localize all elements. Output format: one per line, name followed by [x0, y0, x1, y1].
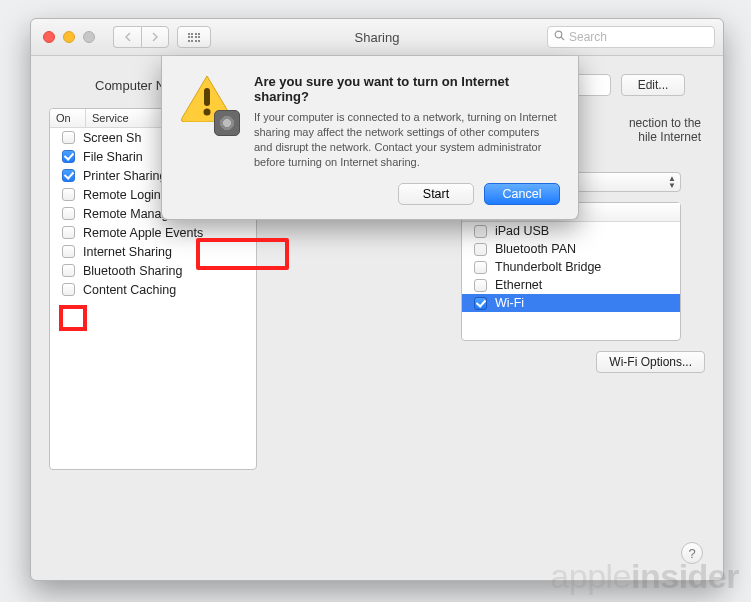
port-row-thunderbolt-bridge[interactable]: Thunderbolt Bridge	[462, 258, 680, 276]
titlebar: Sharing Search	[31, 19, 723, 56]
checkbox[interactable]	[474, 243, 487, 256]
svg-point-0	[555, 31, 562, 38]
sheet-buttons: Start Cancel	[254, 183, 560, 205]
port-row-ethernet[interactable]: Ethernet	[462, 276, 680, 294]
wifi-options-button[interactable]: Wi-Fi Options...	[596, 351, 705, 373]
checkbox[interactable]	[474, 261, 487, 274]
sheet-message: If your computer is connected to a netwo…	[254, 110, 560, 169]
service-row-content-caching[interactable]: Content Caching	[50, 280, 256, 299]
grid-icon	[188, 33, 201, 42]
sheet-title: Are you sure you want to turn on Interne…	[254, 74, 560, 104]
service-row-bluetooth-sharing[interactable]: Bluetooth Sharing	[50, 261, 256, 280]
sheet-body: Are you sure you want to turn on Interne…	[254, 74, 560, 205]
search-input[interactable]: Search	[547, 26, 715, 48]
service-row-remote-apple-events[interactable]: Remote Apple Events	[50, 223, 256, 242]
chevron-right-icon	[151, 32, 159, 42]
checkbox[interactable]	[62, 283, 75, 296]
checkbox[interactable]	[62, 226, 75, 239]
checkbox[interactable]	[62, 264, 75, 277]
checkbox[interactable]	[62, 169, 75, 182]
updown-icon: ▲▼	[668, 175, 676, 189]
checkbox[interactable]	[474, 297, 487, 310]
checkbox[interactable]	[62, 131, 75, 144]
minimize-window-button[interactable]	[63, 31, 75, 43]
ports-list: On Ports iPad USB Bluetooth PAN Thunderb…	[461, 202, 681, 341]
service-row-internet-sharing[interactable]: Internet Sharing	[50, 242, 256, 261]
cancel-button[interactable]: Cancel	[484, 183, 560, 205]
services-header-on: On	[50, 109, 86, 127]
port-row-wifi[interactable]: Wi-Fi	[462, 294, 680, 312]
start-button[interactable]: Start	[398, 183, 474, 205]
search-placeholder: Search	[569, 30, 607, 44]
checkbox[interactable]	[62, 188, 75, 201]
port-row-ipad-usb[interactable]: iPad USB	[462, 222, 680, 240]
checkbox[interactable]	[62, 207, 75, 220]
checkbox[interactable]	[474, 225, 487, 238]
to-using-row: To computers using: On Ports iPad USB Bl…	[269, 202, 705, 341]
zoom-window-button[interactable]	[83, 31, 95, 43]
preferences-window: Sharing Search Computer Na Edit... On Se…	[30, 18, 724, 581]
watermark: appleinsider	[550, 557, 739, 596]
window-controls	[43, 31, 95, 43]
warning-icon	[180, 74, 238, 132]
checkbox[interactable]	[62, 150, 75, 163]
port-row-bluetooth-pan[interactable]: Bluetooth PAN	[462, 240, 680, 258]
svg-point-3	[204, 109, 211, 116]
back-button[interactable]	[113, 26, 141, 48]
search-icon	[554, 30, 565, 44]
checkbox[interactable]	[474, 279, 487, 292]
gear-icon	[214, 110, 240, 136]
chevron-left-icon	[124, 32, 132, 42]
close-window-button[interactable]	[43, 31, 55, 43]
svg-line-1	[561, 37, 564, 40]
nav-segment	[113, 26, 169, 48]
show-all-button[interactable]	[177, 26, 211, 48]
svg-rect-2	[204, 88, 210, 106]
edit-button[interactable]: Edit...	[621, 74, 685, 96]
confirm-sheet: Are you sure you want to turn on Interne…	[161, 56, 579, 220]
forward-button[interactable]	[141, 26, 169, 48]
checkbox[interactable]	[62, 245, 75, 258]
